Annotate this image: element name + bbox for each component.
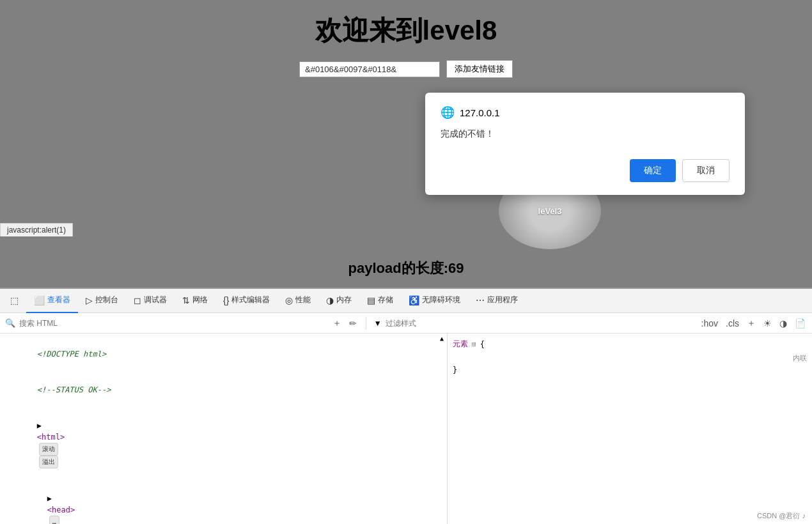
tab-storage[interactable]: ▤ 存储 xyxy=(359,289,401,313)
tab-apps[interactable]: ⋯ 应用程序 xyxy=(468,289,526,313)
tab-debugger-label: 调试器 xyxy=(144,295,167,305)
tab-inspector[interactable]: ⬜ 查看器 xyxy=(26,289,78,313)
devtools-content: ▲ <!DOCTYPE html> <!--STATUS OK--> ▶ <ht… xyxy=(0,334,812,524)
cls-button[interactable]: .cls xyxy=(724,317,740,330)
tab-console[interactable]: ▷ 控制台 xyxy=(78,289,126,313)
element-selector-row: 元素 ⊞ { xyxy=(453,339,807,350)
filter-icon: ▼ xyxy=(374,319,382,328)
html-tag-line[interactable]: ▶ <html> 滚动 溢出 xyxy=(0,408,447,481)
disk-label: leVel3 xyxy=(538,206,562,216)
tab-style-editor[interactable]: {} 样式编辑器 xyxy=(215,289,277,313)
tab-inspector-label: 查看器 xyxy=(47,295,70,305)
console-icon: ▷ xyxy=(86,295,93,305)
apps-icon: ⋯ xyxy=(476,295,485,305)
styles-filter-area: ▼ xyxy=(374,319,695,328)
closing-brace: } xyxy=(453,366,807,374)
styles-content: 元素 ⊞ { 内联 } xyxy=(448,334,812,524)
toolbar-icons: ＋ ✏ xyxy=(331,316,358,330)
doctype-line: <!DOCTYPE html> xyxy=(0,336,447,372)
browser-page: 欢迎来到level8 添加友情链接 🌐 127.0.0.1 完成的不错！ 确定 … xyxy=(0,0,812,288)
alert-cancel-button[interactable]: 取消 xyxy=(682,159,730,182)
page-controls: 添加友情链接 xyxy=(299,60,513,78)
network-icon: ⇅ xyxy=(182,295,190,305)
head-ellipsis[interactable]: … xyxy=(49,516,59,524)
tab-debugger[interactable]: ◻ 调试器 xyxy=(126,289,175,313)
tab-accessibility-label: 无障碍环境 xyxy=(422,295,460,305)
add-link-button[interactable]: 添加友情链接 xyxy=(446,60,513,78)
style-editor-icon: {} xyxy=(223,295,229,305)
devtools-toolbar: 🔍 ＋ ✏ ▼ :hov .cls ＋ ☀ ◑ 📄 xyxy=(0,313,812,334)
grid-icon: ⊞ xyxy=(472,340,476,348)
performance-icon: ◎ xyxy=(285,295,293,305)
eyedropper-button[interactable]: ✏ xyxy=(348,317,358,330)
tab-performance-label: 性能 xyxy=(295,295,311,305)
hov-button[interactable]: :hov xyxy=(700,317,719,330)
devtools-tabbar: ⬚ ⬜ 查看器 ▷ 控制台 ◻ 调试器 ⇅ 网络 {} 样式编辑器 ◎ 性能 ◑… xyxy=(0,289,812,313)
add-style-button[interactable]: ＋ xyxy=(746,316,757,330)
search-input[interactable] xyxy=(19,319,326,328)
html-panel[interactable]: ▲ <!DOCTYPE html> <!--STATUS OK--> ▶ <ht… xyxy=(0,334,448,524)
print-mode-button[interactable]: 📄 xyxy=(793,317,807,330)
encoded-input[interactable] xyxy=(299,61,440,77)
status-tab-label: javascript:alert(1) xyxy=(7,226,66,235)
element-label: 元素 xyxy=(453,339,468,350)
alert-dialog: 🌐 127.0.0.1 完成的不错！ 确定 取消 xyxy=(425,93,745,195)
tab-memory-label: 内存 xyxy=(336,295,352,305)
expand-html-caret[interactable]: ▶ xyxy=(37,420,46,431)
debugger-icon: ◻ xyxy=(134,295,141,305)
search-icon: 🔍 xyxy=(5,318,15,328)
tab-console-label: 控制台 xyxy=(95,295,118,305)
globe-icon: 🌐 xyxy=(441,105,455,119)
scroll-up-arrow[interactable]: ▲ xyxy=(440,335,444,342)
payload-info: payload的长度:69 xyxy=(348,259,464,278)
dark-mode-button[interactable]: ◑ xyxy=(778,317,788,330)
head-tag-line[interactable]: ▶ <head> … </head> xyxy=(0,481,447,524)
tab-responsive[interactable]: ⬚ xyxy=(3,289,26,313)
tab-memory[interactable]: ◑ 内存 xyxy=(318,289,359,313)
alert-buttons: 确定 取消 xyxy=(441,159,730,182)
scroll-badge[interactable]: 滚动 xyxy=(39,443,58,456)
styles-toolbar-icons: :hov .cls ＋ ☀ ◑ 📄 xyxy=(700,316,807,330)
tab-accessibility[interactable]: ♿ 无障碍环境 xyxy=(401,289,468,313)
inline-label: 内联 xyxy=(453,353,807,363)
html-search-area: 🔍 xyxy=(5,318,326,328)
alert-message: 完成的不错！ xyxy=(441,128,730,140)
memory-icon: ◑ xyxy=(326,295,334,305)
tab-storage-label: 存储 xyxy=(378,295,393,305)
accessibility-icon: ♿ xyxy=(409,295,419,305)
storage-icon: ▤ xyxy=(367,295,375,305)
tab-network[interactable]: ⇅ 网络 xyxy=(175,289,215,313)
tab-apps-label: 应用程序 xyxy=(487,295,518,305)
status-tab: javascript:alert(1) xyxy=(0,223,73,236)
light-mode-button[interactable]: ☀ xyxy=(762,317,773,330)
alert-confirm-button[interactable]: 确定 xyxy=(630,159,676,182)
devtools-panel: ⬚ ⬜ 查看器 ▷ 控制台 ◻ 调试器 ⇅ 网络 {} 样式编辑器 ◎ 性能 ◑… xyxy=(0,288,812,524)
expand-head-caret[interactable]: ▶ xyxy=(47,493,56,504)
tab-performance[interactable]: ◎ 性能 xyxy=(277,289,318,313)
overflow-badge[interactable]: 溢出 xyxy=(39,456,58,468)
alert-origin: 127.0.0.1 xyxy=(460,107,500,118)
add-node-button[interactable]: ＋ xyxy=(331,316,343,330)
comment-line: <!--STATUS OK--> xyxy=(0,372,447,408)
inspector-icon: ⬜ xyxy=(34,295,45,305)
page-title: 欢迎来到level8 xyxy=(315,13,497,49)
styles-panel: 元素 ⊞ { 内联 } CSDN @君衍 ♪ xyxy=(448,334,812,524)
styles-filter-input[interactable] xyxy=(386,319,695,328)
devtools-footer: CSDN @君衍 ♪ xyxy=(757,511,806,521)
opening-brace: { xyxy=(480,340,485,349)
alert-header: 🌐 127.0.0.1 xyxy=(441,105,730,119)
responsive-icon: ⬚ xyxy=(10,295,19,305)
tab-style-editor-label: 样式编辑器 xyxy=(231,295,270,305)
footer-text: CSDN @君衍 ♪ xyxy=(757,512,806,520)
tab-network-label: 网络 xyxy=(192,295,208,305)
